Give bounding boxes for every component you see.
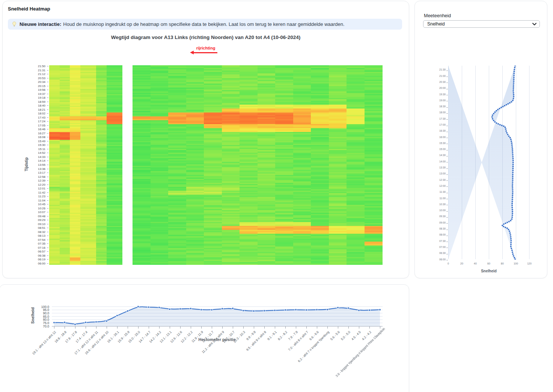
time-profile-time-label: 07:30: [434, 240, 446, 242]
time-profile-time-label: 08:00: [434, 233, 446, 236]
time-profile-time-label: 13:00: [434, 172, 446, 175]
heatmap-time-label: 16:27: [30, 132, 45, 135]
heatmap-tick: [47, 192, 48, 193]
time-profile-tick: [446, 119, 448, 120]
heatmap-time-label: 14:33: [30, 155, 45, 159]
position-profile-plot[interactable]: [52, 305, 383, 329]
time-profile-speed-label: 40: [470, 262, 480, 265]
time-profile-tick: [446, 95, 448, 95]
heatmap-tick: [47, 232, 48, 232]
time-profile-plot[interactable]: [448, 66, 530, 260]
heatmap-time-label: 11:04: [30, 199, 45, 202]
heatmap-time-label: 19:18: [30, 96, 45, 99]
time-profile-tick: [446, 248, 448, 248]
time-profile-time-label: 11:00: [434, 197, 446, 200]
time-profile-tick: [446, 77, 448, 77]
time-profile-tick: [446, 83, 448, 83]
time-profile-time-label: 19:00: [434, 99, 446, 102]
time-profile-time-label: 10:00: [434, 209, 446, 212]
heatmap-tick: [47, 169, 48, 169]
meeteenheid-select[interactable]: Snelheid: [423, 20, 540, 28]
heatmap-tick: [47, 161, 48, 161]
heatmap-time-label: 06:57: [30, 250, 45, 253]
heatmap-tick: [47, 255, 48, 256]
heatmap-tick: [47, 137, 48, 137]
time-profile-tick: [446, 199, 448, 199]
heatmap-time-label: 18:59: [30, 100, 45, 104]
time-profile-time-label: 19:30: [434, 93, 446, 96]
heatmap-time-label: 09:48: [30, 215, 45, 218]
heatmap-time-label: 13:55: [30, 163, 45, 167]
heatmap-time-label: 21:50: [30, 65, 45, 68]
heatmap-tick: [47, 224, 48, 224]
heatmap-ylabel: Tijdstip: [24, 155, 29, 174]
time-profile-speed-label: 0: [443, 262, 453, 265]
heatmap-tick: [47, 173, 48, 173]
heatmap-tick: [47, 200, 48, 201]
time-profile-tick: [446, 156, 448, 156]
heatmap-tick: [47, 188, 48, 189]
heatmap-tick: [47, 248, 48, 248]
heatmap-time-label: 16:08: [30, 135, 45, 139]
heatmap-tick: [47, 133, 48, 134]
heatmap-time-label: 20:15: [30, 84, 45, 88]
heatmap-tick: [47, 185, 48, 185]
time-profile-time-label: 20:00: [434, 87, 446, 89]
dashboard: Snelheid Heatmap Nieuwe interactie:Houd …: [0, 0, 553, 392]
heatmap-tick: [47, 240, 48, 240]
time-profile-time-label: 12:30: [434, 179, 446, 181]
heatmap-tick: [47, 165, 48, 165]
time-profile-tick: [446, 230, 448, 230]
time-profile-time-label: 16:30: [434, 129, 446, 132]
heatmap-time-label: 16:46: [30, 128, 45, 131]
heatmap-time-label: 13:36: [30, 167, 45, 171]
time-profile-tick: [446, 150, 448, 150]
heatmap-plot[interactable]: [49, 65, 383, 265]
time-profile-time-label: 11:30: [434, 191, 446, 193]
heatmap-time-label: 06:38: [30, 254, 45, 257]
heatmap-tick: [47, 208, 48, 209]
heatmap-tick: [47, 94, 48, 94]
time-profile-tick: [446, 186, 448, 187]
heatmap-time-label: 15:30: [30, 143, 45, 147]
heatmap-tick: [47, 220, 48, 220]
info-banner: Nieuwe interactie:Houd de muisknop inged…: [8, 19, 402, 30]
heatmap-time-label: 12:20: [30, 183, 45, 186]
heatmap-tick: [47, 74, 48, 74]
heatmap-time-label: 08:51: [30, 226, 45, 230]
heatmap-tick: [47, 212, 48, 212]
time-profile-speed-label: 60: [484, 262, 494, 265]
heatmap-time-label: 07:16: [30, 246, 45, 249]
heatmap-time-label: 06:19: [30, 258, 45, 261]
time-profile-time-label: 14:00: [434, 160, 446, 163]
time-profile-speed-label: 100: [511, 262, 521, 265]
time-profile-tick: [446, 113, 448, 114]
heatmap-tick: [47, 228, 48, 228]
time-profile-time-label: 08:30: [434, 227, 446, 230]
time-profile-time-label: 17:30: [434, 117, 446, 120]
heatmap-time-label: 12:01: [30, 187, 45, 190]
heatmap-time-label: 21:31: [30, 69, 45, 72]
time-profile-tick: [446, 217, 448, 218]
heatmap-time-label: 19:37: [30, 92, 45, 96]
heatmap-time-label: 18:40: [30, 104, 45, 107]
time-profile-tick: [446, 211, 448, 212]
heatmap-tick: [47, 180, 48, 181]
time-profile-time-label: 15:30: [434, 142, 446, 144]
time-profile-time-label: 09:30: [434, 215, 446, 218]
time-profile-tick: [446, 236, 448, 236]
time-profile-tick: [446, 71, 448, 71]
heatmap-tick: [47, 98, 48, 98]
position-profile-card: Snelheid 100.095.090.085.080.075.070.0 1…: [0, 284, 409, 392]
time-profile-speed-label: 120: [524, 262, 534, 265]
time-profile-time-label: 21:30: [434, 68, 446, 71]
heatmap-tick: [47, 78, 48, 78]
heatmap-tick: [47, 110, 48, 110]
heatmap-time-label: 11:42: [30, 191, 45, 194]
heatmap-time-label: 14:52: [30, 151, 45, 155]
time-profile-time-label: 12:00: [434, 185, 446, 187]
time-profile-time-label: 18:00: [434, 111, 446, 114]
heatmap-tick: [47, 177, 48, 177]
time-profile-time-label: 14:30: [434, 154, 446, 156]
time-profile-tick: [446, 205, 448, 205]
